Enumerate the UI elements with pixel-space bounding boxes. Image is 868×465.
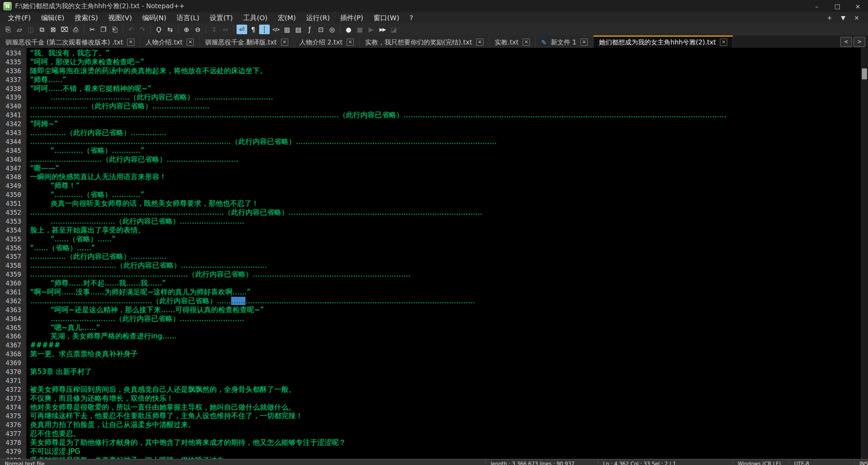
line-text[interactable]: ##### <box>26 341 60 349</box>
line-text[interactable]: “……（省略）……” <box>26 243 95 253</box>
open-file-button[interactable]: ▱ <box>14 25 25 34</box>
tab-close-icon[interactable]: × <box>476 39 483 46</box>
menu-item-9[interactable]: 运行(R) <box>301 13 335 23</box>
line-text[interactable]: 被美女师尊压榨回到房间后，炎真感觉自己人还是飘飘然的，全身骨头都酥了一般。 <box>26 385 296 394</box>
line-text[interactable]: 不可以涩涩.JPG <box>26 447 80 456</box>
close-file-button[interactable]: ⊠ <box>48 25 58 34</box>
line-text[interactable]: 第53章 出新手村了 <box>26 367 92 376</box>
zoom-out-button[interactable]: ⊖ <box>192 25 203 34</box>
line-text[interactable]: ……………（此行内容已省略）…………… <box>26 128 166 137</box>
stop-recording-button[interactable]: ■ <box>355 25 365 34</box>
menu-item-8[interactable]: 宏(M) <box>272 13 301 23</box>
menu-item-1[interactable]: 编辑(E) <box>36 13 69 23</box>
scrollbar-thumb[interactable] <box>862 68 867 79</box>
tab-4[interactable]: 实教，我只想要你们的奖励(完结).txt× <box>360 36 489 48</box>
line-text[interactable]: 美女师尊是为了助他修行才献身的，其中饱含了对他将来成才的期待，他又怎么能够专注于… <box>26 438 346 447</box>
menu-item-11[interactable]: 窗口(W) <box>369 13 404 23</box>
line-text[interactable]: “啊~呵呵……没事……为师好满足呢~这样的真儿为师好喜欢啊……” <box>26 287 251 297</box>
line-text[interactable]: “呵呵，那便让为师来检查检查吧~” <box>26 57 144 67</box>
line-text[interactable]: 炎真用力拍了拍脸蛋，让自己从温柔乡中清醒过来。 <box>26 420 195 429</box>
tab-7-active[interactable]: 她们都想成为我的女主角hhh兮雅(2).txt× <box>593 36 733 48</box>
line-text[interactable]: “…………（省略）…………” <box>26 190 144 199</box>
menu-item-4[interactable]: 编码(N) <box>137 13 172 23</box>
run-macro-multiple-times-button[interactable]: ▶▶ <box>377 25 388 34</box>
line-text[interactable]: “师尊……对不起……我……我……” <box>26 278 166 288</box>
maximize-button[interactable]: □ <box>827 0 847 12</box>
cut-button[interactable]: ✂ <box>87 25 97 34</box>
close-all-button[interactable]: ⌧ <box>59 25 70 34</box>
close-tab-icon[interactable]: × <box>854 14 859 21</box>
status-eol-format[interactable]: Windows (CR LF) <box>733 460 789 465</box>
status-insert-mode[interactable]: INS <box>855 460 868 465</box>
line-text[interactable]: 不仅爽，而且修为还略有增长，双倍的快乐！ <box>26 394 174 403</box>
line-text[interactable]: “师尊……” <box>26 75 66 84</box>
tab-5[interactable]: 实教.txt× <box>489 36 536 48</box>
line-text[interactable]: “嗯~真儿……” <box>26 323 100 332</box>
find-button[interactable]: Ϙ <box>153 25 164 34</box>
menu-item-10[interactable]: 插件(P) <box>335 13 369 23</box>
paste-button[interactable]: ⎗ <box>109 25 120 34</box>
line-text[interactable]: “阿姆~” <box>26 119 58 129</box>
line-text[interactable]: ………………………（此行内容已省略）……………………… <box>26 216 244 226</box>
sync-vertical-scrolling-button[interactable]: ↕ <box>209 25 219 34</box>
show-indent-guide-button[interactable]: ┆ <box>259 25 270 34</box>
tab-0[interactable]: 驯服恶役千金 (第二次观看修改版本) .txt× <box>0 36 140 48</box>
user-defined-language-button[interactable]: </> <box>270 25 281 34</box>
undo-button[interactable]: ↶ <box>126 25 136 34</box>
vertical-scrollbar[interactable] <box>861 48 868 459</box>
snapshot-button[interactable]: ◎ <box>327 25 337 34</box>
menu-item-3[interactable]: 视图(V) <box>103 13 137 23</box>
replace-button[interactable]: ⇆ <box>165 25 175 34</box>
line-text[interactable]: “……（省略）……” <box>26 234 116 244</box>
line-text[interactable]: “我、我没有，我忘了。” <box>26 48 109 58</box>
line-text[interactable]: 随即尘曦将泡在滚烫的药汤中的炎真抱起来，将他放在不远处的床边坐下。 <box>26 66 267 76</box>
tab-close-icon[interactable]: × <box>523 39 530 46</box>
line-text[interactable]: …………………………………………………………………………（此行内容已省略）………… <box>26 137 497 146</box>
monitoring-button[interactable]: ⊡ <box>316 25 326 34</box>
editor-area[interactable]: 4334“我、我没有，我忘了。”4335“呵呵，那便让为师来检查检查吧~”433… <box>0 48 868 459</box>
line-text[interactable]: ………………………………………………………………………（此行内容已省略）…………… <box>26 208 482 217</box>
save-all-button[interactable]: ⧉ <box>37 25 47 34</box>
tab-close-icon[interactable]: × <box>720 39 727 46</box>
line-text[interactable]: “…………（省略）…………” <box>26 146 144 155</box>
line-text[interactable]: ……………………………………………（此行内容已省略）……………………………………… <box>26 296 475 306</box>
tab-close-icon[interactable]: × <box>580 39 588 46</box>
line-text[interactable]: 芜湖，美女师尊严格的检查进行ing…… <box>26 331 176 341</box>
line-text[interactable]: 脸上，甚至开始露出了享受的表情。 <box>26 225 145 235</box>
zoom-in-button[interactable]: ⊕ <box>181 25 192 34</box>
save-file-button[interactable]: ◫ <box>25 25 36 34</box>
close-button[interactable]: × <box>847 0 868 12</box>
tab-close-icon[interactable]: × <box>127 39 134 46</box>
status-encoding[interactable]: UTF-8 <box>789 460 855 465</box>
tab-list-dropdown-icon[interactable]: ▼ <box>841 14 845 21</box>
menu-item-6[interactable]: 设置(T) <box>204 13 238 23</box>
line-text[interactable]: ……………………………（此行内容已省略）…………………………… <box>26 92 273 102</box>
function-list-button[interactable]: ƒ <box>304 25 315 34</box>
start-recording-button[interactable]: ● <box>343 25 354 34</box>
print-button[interactable]: ⎙ <box>70 25 81 34</box>
show-all-characters-button[interactable]: ¶ <box>248 25 258 34</box>
copy-button[interactable]: ❐ <box>98 25 109 34</box>
line-text[interactable]: ……………（此行内容已省略）…………… <box>26 252 166 261</box>
line-text[interactable]: “嘶——” <box>26 163 59 173</box>
save-recorded-macro-button[interactable]: ◪ <box>388 25 399 34</box>
sync-horizontal-scrolling-button[interactable]: ↔ <box>220 25 231 34</box>
new-tab-icon[interactable]: + <box>827 14 832 21</box>
new-file-button[interactable]: ⎘ <box>3 25 13 34</box>
line-text[interactable]: “师尊！” <box>26 181 80 190</box>
tab-scroll-right-button[interactable]: > <box>854 37 865 47</box>
redo-button[interactable]: ↷ <box>137 25 148 34</box>
tab-3[interactable]: 人物介绍 2.txt× <box>294 36 360 48</box>
tab-1[interactable]: 人物介绍.txt× <box>140 36 200 48</box>
line-text[interactable]: 第一更。求点票票给炎真补补身子 <box>26 349 138 359</box>
line-text[interactable]: …………………………（此行内容已省略）………………………… <box>26 155 238 164</box>
line-text[interactable]: 忍不住也要忍。 <box>26 429 80 438</box>
line-text[interactable]: ……………………（此行内容已省略）…………………… <box>26 101 210 111</box>
menu-item-5[interactable]: 语言(L) <box>172 13 205 23</box>
tab-2[interactable]: 驯服恶役千金.翻译版.txt× <box>200 36 294 48</box>
document-list-button[interactable]: ▤ <box>293 25 304 34</box>
tab-close-icon[interactable]: × <box>347 39 354 46</box>
line-text[interactable]: …………………………………………………………………………………………………………… <box>26 110 726 120</box>
minimize-button[interactable]: – <box>806 0 827 12</box>
tab-scroll-left-button[interactable]: < <box>840 37 852 47</box>
